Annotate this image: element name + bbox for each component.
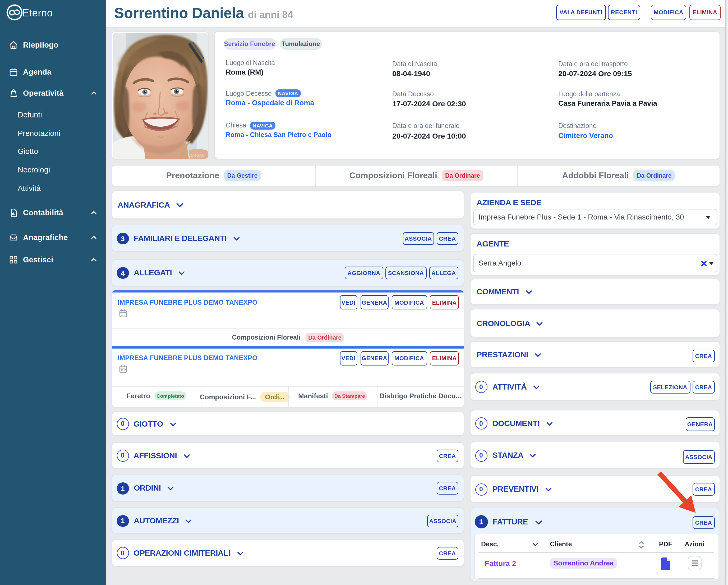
svg-text:StyleGAN: StyleGAN: [188, 153, 204, 157]
